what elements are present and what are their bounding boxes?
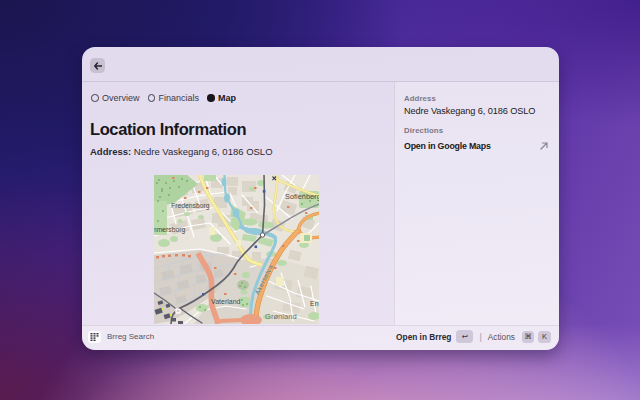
svg-text:Vaterland: Vaterland bbox=[211, 298, 241, 305]
svg-text:Sofienberg: Sofienberg bbox=[285, 192, 319, 201]
svg-text:En: En bbox=[310, 300, 319, 307]
svg-text:Fredensborg: Fredensborg bbox=[171, 202, 210, 210]
svg-text:mmersborg: mmersborg bbox=[154, 226, 186, 234]
svg-text:Grønland: Grønland bbox=[265, 312, 297, 321]
